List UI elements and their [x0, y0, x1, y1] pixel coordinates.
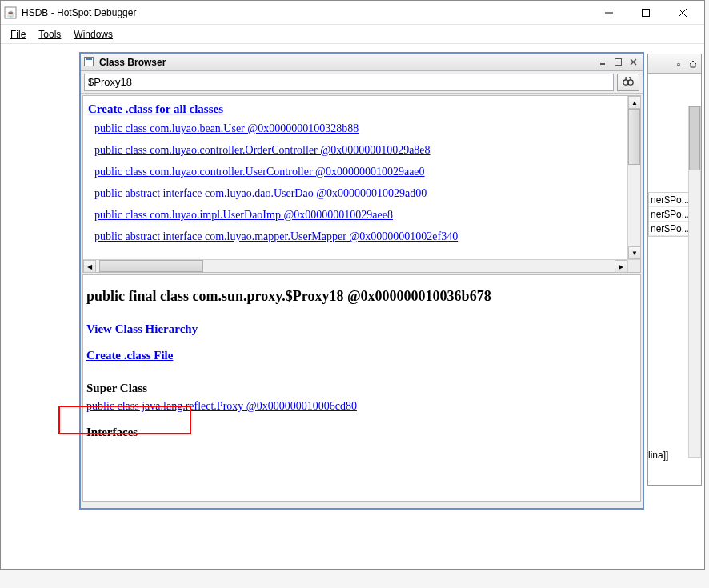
internal-maximize-icon[interactable]	[611, 57, 624, 68]
class-detail-heading: public final class com.sun.proxy.$Proxy1…	[86, 288, 637, 305]
bg-window-titlebar: ▫	[648, 54, 701, 74]
internal-iconify-icon[interactable]	[596, 57, 609, 68]
scroll-thumb[interactable]	[628, 109, 640, 165]
window-controls	[591, 2, 701, 24]
bg-bottom-text: lina]]	[648, 450, 668, 461]
scroll-corner	[627, 259, 640, 272]
bg-scrollbar[interactable]	[688, 106, 701, 458]
content-area: ▫ ner$Po... ner$Po... ner$Po... lina]]	[1, 44, 704, 569]
view-class-hierarchy-link[interactable]: View Class Hierarchy	[86, 322, 198, 336]
scroll-track[interactable]	[96, 260, 615, 272]
menu-tools[interactable]: Tools	[35, 27, 64, 42]
scroll-track[interactable]	[628, 109, 640, 246]
menu-windows[interactable]: Windows	[70, 27, 116, 42]
scroll-up-button[interactable]: ▲	[628, 96, 641, 109]
maximize-button[interactable]	[627, 2, 664, 24]
scroll-down-button[interactable]: ▼	[628, 246, 641, 259]
class-list-pane: Create .class for all classes public cla…	[82, 95, 641, 273]
bg-row[interactable]: ner$Po...	[649, 193, 689, 207]
svg-rect-8	[600, 63, 605, 65]
svg-rect-7	[86, 58, 92, 60]
bg-separator-icon: ▫	[673, 58, 684, 70]
class-detail-pane: public final class com.sun.proxy.$Proxy1…	[82, 274, 641, 502]
class-link[interactable]: public abstract interface com.luyao.mapp…	[94, 230, 623, 243]
search-row	[81, 71, 643, 94]
internal-close-icon[interactable]	[627, 57, 639, 68]
bg-scroll-thumb[interactable]	[689, 106, 700, 170]
window-title: HSDB - HotSpot Debugger	[22, 7, 591, 18]
svg-rect-9	[615, 59, 621, 66]
bg-window-body: ner$Po... ner$Po... ner$Po... lina]]	[648, 74, 701, 485]
class-link[interactable]: public class com.luyao.bean.User @0x0000…	[94, 122, 623, 135]
class-list: public class com.luyao.bean.User @0x0000…	[94, 122, 623, 243]
titlebar: ☕ HSDB - HotSpot Debugger	[1, 1, 704, 25]
binoculars-icon	[622, 76, 635, 89]
scroll-thumb[interactable]	[99, 260, 203, 272]
class-browser-window: Class Browser Create .cl	[79, 52, 644, 510]
class-browser-body: Create .class for all classes public cla…	[81, 95, 643, 510]
super-class-label: Super Class	[86, 382, 637, 395]
scroll-right-button[interactable]: ▶	[615, 260, 627, 273]
menubar: File Tools Windows	[1, 25, 704, 44]
menu-file[interactable]: File	[7, 27, 29, 42]
search-button[interactable]	[617, 74, 639, 91]
window-icon	[84, 57, 95, 68]
close-button[interactable]	[664, 2, 701, 24]
create-class-file-link[interactable]: Create .class File	[86, 349, 173, 362]
super-class-link[interactable]: public class java.lang.reflect.Proxy @0x…	[86, 400, 357, 412]
vertical-scrollbar[interactable]: ▲ ▼	[627, 96, 640, 259]
class-detail-content: public final class com.sun.proxy.$Proxy1…	[83, 275, 640, 449]
horizontal-scrollbar[interactable]: ◀ ▶	[83, 259, 627, 272]
minimize-button[interactable]	[591, 2, 627, 24]
scroll-left-button[interactable]: ◀	[83, 260, 96, 273]
class-browser-title: Class Browser	[99, 57, 596, 68]
java-icon: ☕	[4, 6, 17, 19]
main-window: ☕ HSDB - HotSpot Debugger File Tools Win…	[0, 0, 705, 570]
class-search-input[interactable]	[84, 74, 614, 91]
class-browser-titlebar[interactable]: Class Browser	[81, 54, 643, 71]
svg-text:☕: ☕	[6, 9, 16, 18]
bg-maximize-icon[interactable]	[687, 58, 699, 70]
class-link[interactable]: public abstract interface com.luyao.dao.…	[94, 187, 623, 200]
background-internal-window: ▫ ner$Po... ner$Po... ner$Po... lina]]	[647, 54, 702, 486]
class-link[interactable]: public class com.luyao.impl.UserDaoImp @…	[94, 209, 623, 222]
bg-row[interactable]: ner$Po...	[649, 207, 689, 222]
bg-row-container: ner$Po... ner$Po... ner$Po...	[648, 192, 690, 237]
class-link[interactable]: public class com.luyao.controller.OrderC…	[94, 144, 623, 157]
class-list-content: Create .class for all classes public cla…	[83, 96, 627, 259]
class-link[interactable]: public class com.luyao.controller.UserCo…	[94, 166, 623, 178]
internal-window-controls	[596, 57, 639, 68]
create-all-classes-link[interactable]: Create .class for all classes	[88, 102, 223, 115]
bg-row[interactable]: ner$Po...	[649, 222, 689, 236]
svg-rect-3	[643, 9, 650, 16]
interfaces-label: Interfaces	[86, 426, 637, 439]
